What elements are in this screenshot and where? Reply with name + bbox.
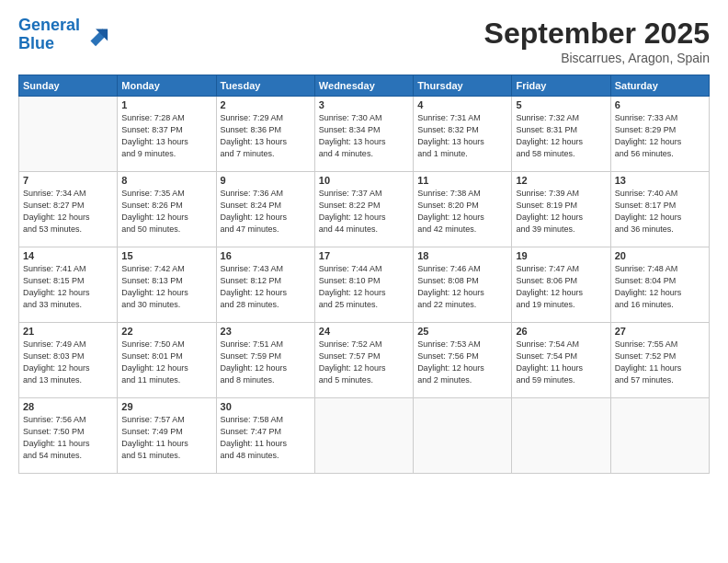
day-number: 8 [121,175,211,186]
day-info: Sunrise: 7:30 AMSunset: 8:34 PMDaylight:… [319,112,409,160]
calendar-week-row: 14Sunrise: 7:41 AMSunset: 8:15 PMDayligh… [19,247,710,323]
calendar-cell [314,398,413,474]
logo: GeneralBlue [18,17,109,53]
title-block: September 2025 Biscarrues, Aragon, Spain [484,17,710,65]
day-number: 14 [23,250,113,261]
day-number: 27 [615,326,705,337]
day-info: Sunrise: 7:44 AMSunset: 8:10 PMDaylight:… [319,263,409,311]
calendar-cell: 10Sunrise: 7:37 AMSunset: 8:22 PMDayligh… [314,172,413,247]
calendar-cell: 6Sunrise: 7:33 AMSunset: 8:29 PMDaylight… [610,97,709,172]
location: Biscarrues, Aragon, Spain [484,51,710,65]
day-info: Sunrise: 7:58 AMSunset: 7:47 PMDaylight:… [221,414,311,462]
day-info: Sunrise: 7:57 AMSunset: 7:49 PMDaylight:… [121,414,211,462]
day-number: 25 [417,326,507,337]
day-number: 23 [221,326,311,337]
day-header-thursday: Thursday [414,75,512,97]
calendar-table: SundayMondayTuesdayWednesdayThursdayFrid… [18,75,710,474]
day-info: Sunrise: 7:32 AMSunset: 8:31 PMDaylight:… [516,112,606,160]
day-info: Sunrise: 7:43 AMSunset: 8:12 PMDaylight:… [221,263,311,311]
day-number: 10 [319,175,409,186]
day-info: Sunrise: 7:46 AMSunset: 8:08 PMDaylight:… [417,263,507,311]
day-number: 16 [221,250,311,261]
day-info: Sunrise: 7:29 AMSunset: 8:36 PMDaylight:… [221,112,311,160]
calendar-cell: 21Sunrise: 7:49 AMSunset: 8:03 PMDayligh… [19,323,118,398]
calendar-cell: 27Sunrise: 7:55 AMSunset: 7:52 PMDayligh… [610,323,709,398]
calendar-week-row: 7Sunrise: 7:34 AMSunset: 8:27 PMDaylight… [19,172,710,247]
calendar-cell: 28Sunrise: 7:56 AMSunset: 7:50 PMDayligh… [19,398,118,474]
calendar-cell [19,97,118,172]
calendar-cell: 11Sunrise: 7:38 AMSunset: 8:20 PMDayligh… [414,172,512,247]
day-info: Sunrise: 7:41 AMSunset: 8:15 PMDaylight:… [23,263,113,311]
day-number: 3 [319,99,409,110]
calendar-cell: 29Sunrise: 7:57 AMSunset: 7:49 PMDayligh… [118,398,216,474]
day-number: 26 [516,326,606,337]
calendar-cell: 2Sunrise: 7:29 AMSunset: 8:36 PMDaylight… [216,97,314,172]
day-number: 28 [23,401,113,412]
day-info: Sunrise: 7:36 AMSunset: 8:24 PMDaylight:… [221,188,311,236]
calendar-cell: 13Sunrise: 7:40 AMSunset: 8:17 PMDayligh… [610,172,709,247]
day-info: Sunrise: 7:48 AMSunset: 8:04 PMDaylight:… [615,263,705,311]
day-number: 17 [319,250,409,261]
day-number: 15 [121,250,211,261]
day-info: Sunrise: 7:28 AMSunset: 8:37 PMDaylight:… [121,112,211,160]
day-number: 29 [121,401,211,412]
calendar-cell: 16Sunrise: 7:43 AMSunset: 8:12 PMDayligh… [216,247,314,323]
calendar-cell: 7Sunrise: 7:34 AMSunset: 8:27 PMDaylight… [19,172,118,247]
calendar-cell: 8Sunrise: 7:35 AMSunset: 8:26 PMDaylight… [118,172,216,247]
day-header-saturday: Saturday [610,75,709,97]
day-header-sunday: Sunday [19,75,118,97]
day-number: 20 [615,250,705,261]
day-number: 21 [23,326,113,337]
calendar-cell: 14Sunrise: 7:41 AMSunset: 8:15 PMDayligh… [19,247,118,323]
day-info: Sunrise: 7:47 AMSunset: 8:06 PMDaylight:… [516,263,606,311]
calendar-week-row: 1Sunrise: 7:28 AMSunset: 8:37 PMDaylight… [19,97,710,172]
day-info: Sunrise: 7:54 AMSunset: 7:54 PMDaylight:… [516,339,606,386]
day-info: Sunrise: 7:39 AMSunset: 8:19 PMDaylight:… [516,188,606,236]
calendar-cell: 22Sunrise: 7:50 AMSunset: 8:01 PMDayligh… [118,323,216,398]
day-info: Sunrise: 7:56 AMSunset: 7:50 PMDaylight:… [23,414,113,462]
calendar-cell: 20Sunrise: 7:48 AMSunset: 8:04 PMDayligh… [610,247,709,323]
logo-icon [84,22,109,48]
calendar-cell: 5Sunrise: 7:32 AMSunset: 8:31 PMDaylight… [512,97,610,172]
day-header-wednesday: Wednesday [314,75,413,97]
calendar-cell: 30Sunrise: 7:58 AMSunset: 7:47 PMDayligh… [216,398,314,474]
day-number: 12 [516,175,606,186]
day-number: 11 [417,175,507,186]
day-info: Sunrise: 7:40 AMSunset: 8:17 PMDaylight:… [615,188,705,236]
calendar-cell: 9Sunrise: 7:36 AMSunset: 8:24 PMDaylight… [216,172,314,247]
day-info: Sunrise: 7:53 AMSunset: 7:56 PMDaylight:… [417,339,507,386]
calendar-cell [414,398,512,474]
calendar-cell: 23Sunrise: 7:51 AMSunset: 7:59 PMDayligh… [216,323,314,398]
calendar-cell [512,398,610,474]
calendar-cell: 25Sunrise: 7:53 AMSunset: 7:56 PMDayligh… [414,323,512,398]
calendar-week-row: 21Sunrise: 7:49 AMSunset: 8:03 PMDayligh… [19,323,710,398]
day-info: Sunrise: 7:35 AMSunset: 8:26 PMDaylight:… [121,188,211,236]
calendar-cell: 1Sunrise: 7:28 AMSunset: 8:37 PMDaylight… [118,97,216,172]
day-header-tuesday: Tuesday [216,75,314,97]
calendar-cell: 24Sunrise: 7:52 AMSunset: 7:57 PMDayligh… [314,323,413,398]
calendar-cell: 4Sunrise: 7:31 AMSunset: 8:32 PMDaylight… [414,97,512,172]
day-info: Sunrise: 7:31 AMSunset: 8:32 PMDaylight:… [417,112,507,160]
calendar-cell: 12Sunrise: 7:39 AMSunset: 8:19 PMDayligh… [512,172,610,247]
day-info: Sunrise: 7:37 AMSunset: 8:22 PMDaylight:… [319,188,409,236]
calendar-cell: 18Sunrise: 7:46 AMSunset: 8:08 PMDayligh… [414,247,512,323]
page: GeneralBlue September 2025 Biscarrues, A… [0,0,728,563]
logo-text: GeneralBlue [18,17,80,53]
day-info: Sunrise: 7:55 AMSunset: 7:52 PMDaylight:… [615,339,705,386]
calendar-cell: 17Sunrise: 7:44 AMSunset: 8:10 PMDayligh… [314,247,413,323]
calendar-cell: 3Sunrise: 7:30 AMSunset: 8:34 PMDaylight… [314,97,413,172]
day-number: 22 [121,326,211,337]
day-number: 24 [319,326,409,337]
day-header-monday: Monday [118,75,216,97]
day-info: Sunrise: 7:51 AMSunset: 7:59 PMDaylight:… [221,339,311,386]
day-info: Sunrise: 7:33 AMSunset: 8:29 PMDaylight:… [615,112,705,160]
day-info: Sunrise: 7:42 AMSunset: 8:13 PMDaylight:… [121,263,211,311]
calendar-week-row: 28Sunrise: 7:56 AMSunset: 7:50 PMDayligh… [19,398,710,474]
calendar-cell: 26Sunrise: 7:54 AMSunset: 7:54 PMDayligh… [512,323,610,398]
day-header-friday: Friday [512,75,610,97]
calendar-cell: 19Sunrise: 7:47 AMSunset: 8:06 PMDayligh… [512,247,610,323]
day-number: 7 [23,175,113,186]
day-number: 9 [221,175,311,186]
day-number: 2 [221,99,311,110]
day-number: 19 [516,250,606,261]
